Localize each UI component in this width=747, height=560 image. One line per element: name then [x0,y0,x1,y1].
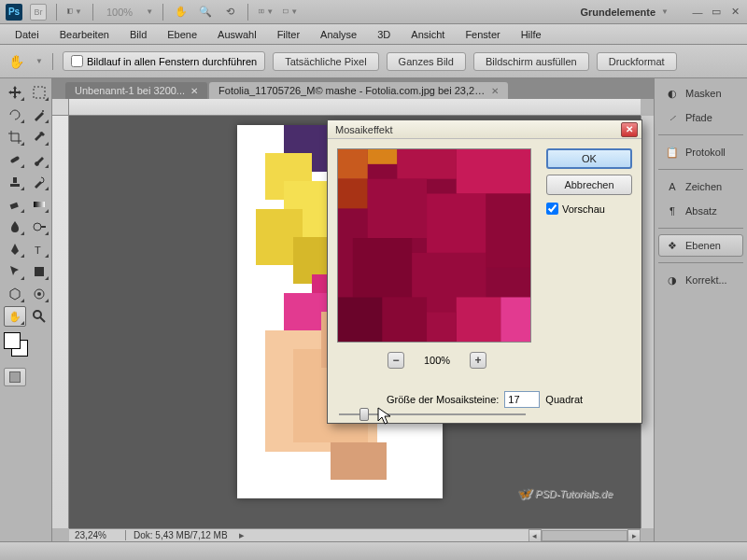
layout-icon[interactable]: ▼ [66,4,83,21]
zoom-out-button[interactable]: − [388,352,404,369]
menu-bar: Datei Bearbeiten Bild Ebene Auswahl Filt… [0,24,747,45]
scroll-all-checkbox[interactable]: Bildlauf in allen Fenstern durchführen [63,51,265,71]
svg-rect-42 [457,149,530,194]
panel-pfade[interactable]: ⟋Pfade [658,106,743,129]
zoom-percent[interactable]: 100% [103,7,136,18]
brush-tool[interactable] [28,149,50,170]
menu-3d[interactable]: 3D [368,26,400,43]
close-icon[interactable]: ✕ [190,86,198,96]
cell-size-input[interactable] [504,391,540,408]
status-docsize[interactable]: Dok: 5,43 MB/7,12 MB [125,530,235,540]
menu-hilfe[interactable]: Hilfe [512,26,551,43]
panel-masken[interactable]: ◐Masken [658,82,743,105]
fit-screen-button[interactable]: Ganzes Bild [387,52,466,71]
panel-zeichen[interactable]: AZeichen [658,175,743,198]
eyedropper-tool[interactable] [28,127,50,147]
minimize-button[interactable]: — [691,6,704,19]
scrollbar-vertical[interactable] [641,116,654,528]
wand-tool[interactable] [28,105,50,125]
options-bar: ✋▼ Bildlauf in allen Fenstern durchführe… [0,45,747,78]
svg-rect-10 [10,203,19,209]
dialog-close-button[interactable]: ✕ [621,122,638,137]
menu-filter[interactable]: Filter [268,26,309,43]
move-tool[interactable] [4,82,26,103]
hand-tool-icon[interactable]: ✋ [173,4,190,21]
crop-tool[interactable] [4,127,26,147]
document-tab-1[interactable]: Unbenannt-1 bei 3200...✕ [65,82,207,99]
scroll-right-icon[interactable]: ▸ [627,529,641,542]
pen-tool[interactable] [4,239,26,259]
menu-auswahl[interactable]: Auswahl [208,26,266,43]
mosaic-dialog: Mosaikeffekt ✕ [327,119,642,424]
cancel-button[interactable]: Abbrechen [546,175,632,195]
fill-screen-button[interactable]: Bildschirm ausfüllen [473,52,589,71]
ruler-horizontal[interactable] [69,99,641,116]
menu-ebene[interactable]: Ebene [158,26,206,43]
menu-fenster[interactable]: Fenster [456,26,509,43]
status-zoom[interactable]: 23,24% [69,530,125,540]
paragraph-icon: ¶ [665,203,680,218]
eraser-tool[interactable] [4,194,26,215]
cell-size-slider[interactable] [328,408,641,415]
panel-korrekturen[interactable]: ◑Korrekt... [658,269,743,291]
svg-rect-11 [34,202,45,207]
panel-absatz[interactable]: ¶Absatz [658,200,743,222]
zoom-tool[interactable] [28,306,50,327]
preview-box[interactable] [337,148,531,343]
close-icon[interactable]: ✕ [491,86,499,96]
history-brush-tool[interactable] [28,172,50,192]
svg-rect-50 [457,297,501,342]
current-tool-icon: ✋ [6,51,26,72]
paths-icon: ⟋ [665,110,680,125]
panel-protokoll[interactable]: 📋Protokoll [658,141,743,163]
scroll-left-icon[interactable]: ◂ [529,529,542,542]
panel-ebenen[interactable]: ❖Ebenen [658,234,743,257]
gradient-tool[interactable] [28,194,50,215]
status-bar: 23,24% Dok: 5,43 MB/7,12 MB ▸ ◂ ▸ [69,528,641,541]
lasso-tool[interactable] [4,105,26,125]
photoshop-logo: Ps [6,4,22,21]
color-swatches[interactable] [4,332,35,364]
path-select-tool[interactable] [4,261,26,282]
screen-mode-icon[interactable]: ▼ [282,4,299,21]
bridge-logo[interactable]: Br [30,4,47,21]
close-button[interactable]: ✕ [728,6,741,19]
3d-tool[interactable] [4,284,26,304]
foreground-swatch[interactable] [4,332,21,349]
print-size-button[interactable]: Druckformat [597,52,677,71]
marquee-tool[interactable] [28,82,50,103]
arrange-icon[interactable]: ▼ [258,4,275,21]
type-tool[interactable]: T [28,239,50,259]
heal-tool[interactable] [4,149,26,170]
workspace-dropdown[interactable]: Grundelemente▼ [572,5,676,20]
dialog-titlebar[interactable]: Mosaikeffekt ✕ [328,120,641,139]
dodge-tool[interactable] [28,217,50,237]
maximize-button[interactable]: ▭ [710,6,723,19]
menu-bild[interactable]: Bild [120,26,156,43]
svg-rect-49 [383,297,428,342]
3d-camera-tool[interactable] [28,284,50,304]
document-tab-2[interactable]: Fotolia_11705726_M© mashe - Fotolia.com.… [209,82,508,99]
svg-rect-38 [338,149,368,179]
svg-rect-46 [353,238,412,297]
zoom-tool-icon[interactable]: 🔍 [197,4,214,21]
svg-point-17 [37,292,41,296]
ruler-corner [52,99,69,116]
blur-tool[interactable] [4,217,26,237]
slider-thumb[interactable] [359,408,369,421]
quickmask-toggle[interactable] [4,368,26,386]
ruler-vertical[interactable] [52,116,69,528]
menu-datei[interactable]: Datei [6,26,49,43]
preview-checkbox[interactable]: Vorschau [546,203,632,215]
mask-icon: ◐ [665,86,680,101]
stamp-tool[interactable] [4,172,26,192]
actual-pixels-button[interactable]: Tatsächliche Pixel [273,52,378,71]
ok-button[interactable]: OK [546,148,632,169]
zoom-in-button[interactable]: + [470,352,486,369]
rotate-view-icon[interactable]: ⟲ [221,4,238,21]
menu-analyse[interactable]: Analyse [311,26,366,43]
menu-bearbeiten[interactable]: Bearbeiten [50,26,119,43]
shape-tool[interactable] [28,261,50,282]
menu-ansicht[interactable]: Ansicht [402,26,454,43]
hand-tool[interactable]: ✋ [4,306,26,327]
